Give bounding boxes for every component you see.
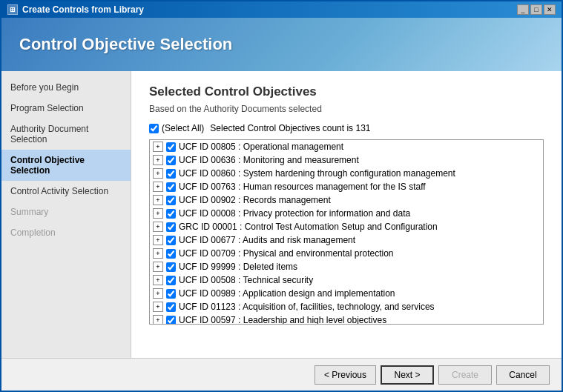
item-label: UCF ID 00860 : System hardening through …: [179, 168, 455, 179]
item-label: UCF ID 00008 : Privacy protection for in…: [179, 208, 410, 219]
item-label: UCF ID 00989 : Application design and im…: [179, 288, 395, 299]
list-item[interactable]: +UCF ID 00902 : Records management: [150, 193, 543, 207]
item-checkbox[interactable]: [166, 289, 176, 299]
expand-icon[interactable]: +: [153, 302, 163, 312]
header-banner: Control Objective Selection: [1, 18, 562, 71]
item-checkbox[interactable]: [166, 262, 176, 272]
expand-icon[interactable]: +: [153, 168, 163, 179]
item-label: UCF ID 00597 : Leadership and high level…: [179, 315, 386, 325]
select-all-row: (Select All) Selected Control Objectives…: [149, 123, 544, 133]
list-item[interactable]: +UCF ID 99999 : Deleted items: [150, 260, 543, 273]
sidebar-item-authority-document-selection[interactable]: Authority Document Selection: [1, 119, 131, 150]
close-button[interactable]: ✕: [544, 4, 556, 15]
title-bar-controls: _ □ ✕: [517, 4, 556, 15]
next-button[interactable]: Next >: [381, 365, 434, 385]
item-checkbox[interactable]: [166, 142, 176, 152]
item-checkbox[interactable]: [166, 222, 176, 232]
expand-icon[interactable]: +: [153, 275, 163, 285]
expand-icon[interactable]: +: [153, 182, 163, 192]
footer: < Previous Next > Create Cancel: [1, 358, 562, 391]
sidebar: Before you Begin Program Selection Autho…: [1, 71, 131, 358]
content-title: Selected Control Objectives: [149, 84, 544, 99]
list-item[interactable]: +UCF ID 00677 : Audits and risk manageme…: [150, 233, 543, 247]
expand-icon[interactable]: +: [153, 142, 163, 152]
sidebar-item-summary: Summary: [1, 202, 131, 222]
item-checkbox[interactable]: [166, 249, 176, 259]
item-checkbox[interactable]: [166, 236, 176, 245]
item-label: UCF ID 00677 : Audits and risk managemen…: [179, 235, 355, 245]
title-bar-left: ⊞ Create Controls from Library: [7, 4, 144, 15]
item-checkbox[interactable]: [166, 209, 176, 219]
select-all-label[interactable]: (Select All): [149, 123, 204, 133]
expand-icon[interactable]: +: [153, 222, 163, 232]
list-item[interactable]: +UCF ID 00860 : System hardening through…: [150, 167, 543, 180]
main-area: Before you Begin Program Selection Autho…: [1, 71, 562, 358]
list-item[interactable]: +UCF ID 00597 : Leadership and high leve…: [150, 313, 543, 325]
expand-icon[interactable]: +: [153, 288, 163, 299]
expand-icon[interactable]: +: [153, 262, 163, 272]
cancel-button[interactable]: Cancel: [496, 365, 550, 385]
expand-icon[interactable]: +: [153, 235, 163, 245]
expand-icon[interactable]: +: [153, 248, 163, 259]
list-item[interactable]: +UCF ID 01123 : Acquisition of, faciliti…: [150, 300, 543, 313]
item-label: UCF ID 00709 : Physical and environmenta…: [179, 248, 393, 259]
item-label: GRC ID 00001 : Control Test Automation S…: [179, 222, 438, 232]
expand-icon[interactable]: +: [153, 315, 163, 325]
count-label: Selected Control Objectives count is 131: [210, 123, 370, 133]
minimize-button[interactable]: _: [517, 4, 529, 15]
sidebar-item-before-you-begin[interactable]: Before you Begin: [1, 77, 131, 98]
list-item[interactable]: +UCF ID 00636 : Monitoring and measureme…: [150, 153, 543, 167]
select-all-text: (Select All): [162, 123, 204, 133]
sidebar-item-control-activity-selection[interactable]: Control Activity Selection: [1, 181, 131, 202]
item-label: UCF ID 00805 : Operational management: [179, 142, 343, 152]
list-item[interactable]: +UCF ID 00805 : Operational management: [150, 140, 543, 153]
list-item[interactable]: +UCF ID 00709 : Physical and environment…: [150, 247, 543, 260]
item-label: UCF ID 00763 : Human resources managemen…: [179, 182, 426, 192]
expand-icon[interactable]: +: [153, 155, 163, 165]
item-label: UCF ID 00902 : Records management: [179, 195, 331, 205]
item-label: UCF ID 00636 : Monitoring and measuremen…: [179, 155, 359, 165]
expand-icon[interactable]: +: [153, 195, 163, 205]
title-bar: ⊞ Create Controls from Library _ □ ✕: [1, 1, 562, 18]
item-checkbox[interactable]: [166, 316, 176, 325]
item-label: UCF ID 01123 : Acquisition of, facilitie…: [179, 302, 435, 312]
objectives-list[interactable]: +UCF ID 00805 : Operational management+U…: [149, 139, 544, 325]
window-title: Create Controls from Library: [22, 4, 144, 15]
item-checkbox[interactable]: [166, 302, 176, 312]
item-label: UCF ID 00508 : Technical security: [179, 275, 313, 285]
maximize-button[interactable]: □: [530, 4, 542, 15]
previous-button[interactable]: < Previous: [315, 365, 376, 385]
item-checkbox[interactable]: [166, 276, 176, 285]
list-item[interactable]: +UCF ID 00763 : Human resources manageme…: [150, 180, 543, 193]
item-checkbox[interactable]: [166, 182, 176, 192]
sidebar-item-control-objective-selection[interactable]: Control Objective Selection: [1, 150, 131, 181]
header-title: Control Objective Selection: [19, 35, 232, 54]
expand-icon[interactable]: +: [153, 208, 163, 219]
item-label: UCF ID 99999 : Deleted items: [179, 262, 297, 272]
item-checkbox[interactable]: [166, 169, 176, 179]
window-icon: ⊞: [7, 4, 18, 15]
item-checkbox[interactable]: [166, 156, 176, 165]
content-area: Selected Control Objectives Based on the…: [131, 71, 562, 358]
list-item[interactable]: +UCF ID 00508 : Technical security: [150, 273, 543, 287]
sidebar-item-completion: Completion: [1, 222, 131, 243]
item-checkbox[interactable]: [166, 196, 176, 205]
list-item[interactable]: +GRC ID 00001 : Control Test Automation …: [150, 220, 543, 233]
content-subtitle: Based on the Authority Documents selecte…: [149, 104, 544, 114]
select-all-checkbox[interactable]: [149, 124, 159, 133]
main-window: ⊞ Create Controls from Library _ □ ✕ Con…: [0, 0, 563, 392]
list-item[interactable]: +UCF ID 00989 : Application design and i…: [150, 287, 543, 300]
sidebar-item-program-selection[interactable]: Program Selection: [1, 98, 131, 119]
list-item[interactable]: +UCF ID 00008 : Privacy protection for i…: [150, 207, 543, 220]
create-button[interactable]: Create: [438, 365, 492, 385]
